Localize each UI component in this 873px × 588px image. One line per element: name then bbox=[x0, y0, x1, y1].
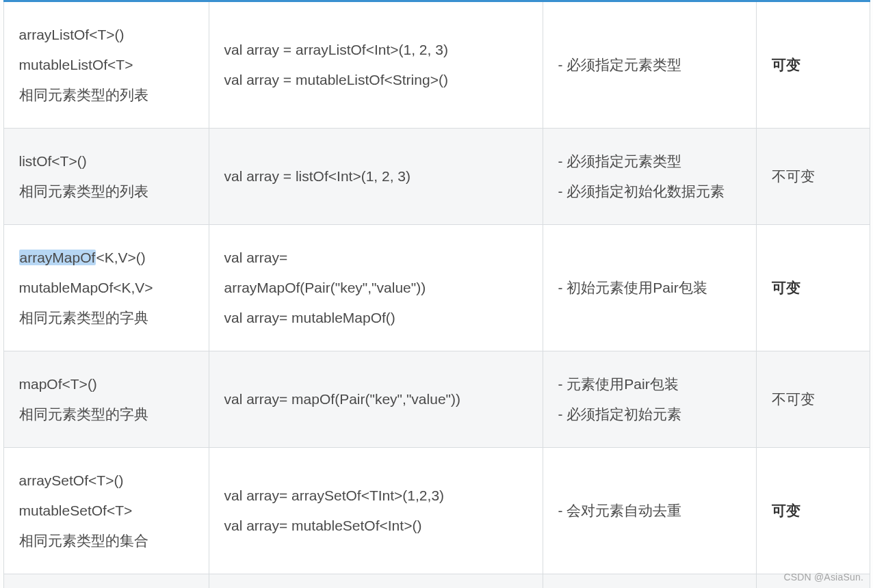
cell-example: val array= arraySetOf<Int>(1,2,3) bbox=[209, 574, 543, 589]
cell-function: mapOf<T>() 相同元素类型的字典 bbox=[3, 351, 209, 448]
cell-text: - 元素使用Pair包装 bbox=[558, 369, 741, 399]
cell-text: mapOf<T>() bbox=[19, 369, 194, 399]
cell-note: - 必须指定元素类型 - 必须指定初始化数据元素 bbox=[543, 129, 756, 225]
cell-text: - 会对元素自动去重 bbox=[558, 496, 741, 526]
cell-text: val array = listOf<Int>(1, 2, 3) bbox=[224, 161, 527, 191]
cell-text: arraySetOf<T>() bbox=[19, 466, 194, 496]
cell-text: mutableMapOf<K,V> bbox=[19, 273, 194, 303]
cell-text: val array= arraySetOf<TInt>(1,2,3) bbox=[224, 481, 527, 511]
cell-text: 相同元素类型的字典 bbox=[19, 303, 194, 333]
cell-note: - 元素使用Pair包装 - 必须指定初始元素 bbox=[543, 351, 756, 448]
cell-text: arrayMapOf<K,V>() bbox=[19, 243, 194, 273]
cell-example: val array= arrayMapOf(Pair("key","value"… bbox=[209, 225, 543, 351]
cell-note: - 必须指定元素类型 bbox=[543, 1, 756, 129]
cell-text: val array= mutableMapOf() bbox=[224, 303, 527, 333]
cell-example: val array= mapOf(Pair("key","value")) bbox=[209, 351, 543, 448]
cell-text: 相同元素类型的列表 bbox=[19, 176, 194, 206]
cell-text: 相同元素类型的字典 bbox=[19, 399, 194, 429]
cell-function: arrayListOf<T>() mutableListOf<T> 相同元素类型… bbox=[3, 1, 209, 129]
cell-text: arrayMapOf(Pair("key","value")) bbox=[224, 273, 527, 303]
table-row: arrayMapOf<K,V>() mutableMapOf<K,V> 相同元素… bbox=[3, 225, 870, 351]
cell-text: val array = arrayListOf<Int>(1, 2, 3) bbox=[224, 35, 527, 65]
cell-text: - 初始元素使用Pair包装 bbox=[558, 273, 741, 303]
cell-text: 不可变 bbox=[772, 168, 815, 184]
cell-text: 不可变 bbox=[772, 391, 815, 407]
cell-text: 可变 bbox=[772, 503, 800, 518]
kotlin-collections-table: arrayListOf<T>() mutableListOf<T> 相同元素类型… bbox=[3, 0, 870, 588]
table-row: mapOf<T>() 相同元素类型的字典 val array= mapOf(Pa… bbox=[3, 351, 870, 448]
cell-function: arrayMapOf<K,V>() mutableMapOf<K,V> 相同元素… bbox=[3, 225, 209, 351]
cell-example: val array= arraySetOf<TInt>(1,2,3) val a… bbox=[209, 448, 543, 574]
cell-function: arraySetOf<T>() mutableSetOf<T> 相同元素类型的集… bbox=[3, 448, 209, 574]
cell-function: listOf<T>() 相同元素类型的列表 bbox=[3, 129, 209, 225]
cell-text: 可变 bbox=[772, 280, 800, 295]
cell-example: val array = listOf<Int>(1, 2, 3) bbox=[209, 129, 543, 225]
cell-note: - 对元素自动去重 - 必须指定元素类型。 bbox=[543, 574, 756, 589]
cell-text: - 必须指定初始元素 bbox=[558, 399, 741, 429]
cell-text: - 必须指定元素类型 bbox=[558, 146, 741, 176]
cell-mutability: 可变 bbox=[756, 448, 870, 574]
cell-text: listOf<T>() bbox=[19, 146, 194, 176]
cell-text: - 必须指定初始化数据元素 bbox=[558, 176, 741, 206]
cell-text: 可变 bbox=[772, 57, 800, 72]
cell-text: mutableSetOf<T> bbox=[19, 496, 194, 526]
cell-note: - 会对元素自动去重 bbox=[543, 448, 756, 574]
cell-text: <K,V>() bbox=[96, 250, 145, 265]
cell-mutability: 可变 bbox=[756, 1, 870, 129]
cell-text: - 必须指定元素类型 bbox=[558, 50, 741, 80]
cell-text: val array= mutableSetOf<Int>() bbox=[224, 511, 527, 541]
cell-mutability: 不可变 bbox=[756, 351, 870, 448]
cell-text: val array= mapOf(Pair("key","value")) bbox=[224, 384, 527, 414]
cell-text: 相同元素类型的集合 bbox=[19, 526, 194, 556]
table-row: listOf<T>() 相同元素类型的列表 val array = listOf… bbox=[3, 129, 870, 225]
cell-mutability: 不可变 bbox=[756, 129, 870, 225]
cell-note: - 初始元素使用Pair包装 bbox=[543, 225, 756, 351]
table-row: setOf<T>() 相同元素类型的集合 val array= arraySet… bbox=[3, 574, 870, 589]
cell-text: mutableListOf<T> bbox=[19, 50, 194, 80]
watermark-text: CSDN @AsiaSun. bbox=[783, 572, 863, 583]
table-row: arrayListOf<T>() mutableListOf<T> 相同元素类型… bbox=[3, 1, 870, 129]
cell-text: val array= bbox=[224, 243, 527, 273]
cell-function: setOf<T>() 相同元素类型的集合 bbox=[3, 574, 209, 589]
cell-example: val array = arrayListOf<Int>(1, 2, 3) va… bbox=[209, 1, 543, 129]
cell-mutability: 可变 bbox=[756, 225, 870, 351]
cell-text: 相同元素类型的列表 bbox=[19, 80, 194, 110]
cell-text: arrayListOf<T>() bbox=[19, 20, 194, 50]
text-selection-highlight: arrayMapOf bbox=[19, 250, 96, 265]
table-row: arraySetOf<T>() mutableSetOf<T> 相同元素类型的集… bbox=[3, 448, 870, 574]
cell-text: val array = mutableListOf<String>() bbox=[224, 65, 527, 95]
